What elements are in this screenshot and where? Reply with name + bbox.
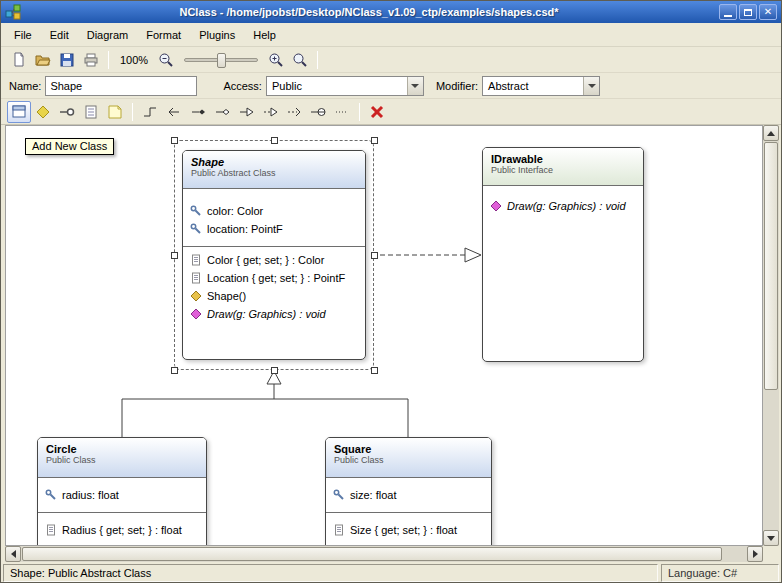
add-enum-button[interactable]: [79, 101, 103, 123]
member-text: Draw(g: Graphics) : void: [507, 200, 626, 212]
menu-edit[interactable]: Edit: [41, 26, 78, 44]
print-icon: [83, 52, 99, 68]
menu-diagram[interactable]: Diagram: [78, 26, 138, 44]
generalization-tool-button[interactable]: [234, 101, 258, 123]
enum-icon: [83, 104, 99, 120]
delete-button[interactable]: [365, 101, 389, 123]
class-header[interactable]: Shape Public Abstract Class: [183, 151, 365, 189]
menu-help[interactable]: Help: [244, 26, 285, 44]
class-box-circle[interactable]: Circle Public Class radius: float: [37, 437, 207, 546]
class-name: Shape: [191, 156, 357, 168]
members-section: Radius { get; set; } : float: [38, 512, 206, 539]
member-row[interactable]: Radius { get; set; } : float: [38, 521, 206, 539]
selection-handle-ne[interactable]: [371, 137, 378, 144]
access-dropdown-button[interactable]: [407, 77, 423, 95]
modifier-select[interactable]: Abstract: [482, 76, 600, 96]
add-structure-button[interactable]: [31, 101, 55, 123]
scroll-right-button[interactable]: [747, 546, 763, 562]
field-row[interactable]: size: float: [326, 486, 491, 504]
interface-stereotype: Public Interface: [491, 165, 635, 175]
close-button[interactable]: ✕: [759, 4, 777, 20]
member-row[interactable]: Shape(): [183, 287, 365, 305]
menu-format[interactable]: Format: [137, 26, 190, 44]
member-row[interactable]: Draw(g: Graphics) : void: [183, 305, 365, 323]
zoom-slider-thumb[interactable]: [217, 53, 226, 68]
maximize-button[interactable]: [739, 4, 757, 20]
horizontal-scrollbar-thumb[interactable]: [22, 547, 722, 561]
scroll-down-button[interactable]: [763, 530, 779, 546]
class-stereotype: Public Abstract Class: [191, 168, 357, 178]
selection-handle-e[interactable]: [371, 252, 378, 259]
member-row[interactable]: Location { get; set; } : PointF: [183, 269, 365, 287]
class-header[interactable]: Square Public Class: [326, 438, 491, 478]
interface-box-idrawable[interactable]: IDrawable Public Interface Draw(g: Graph…: [482, 147, 644, 362]
open-button[interactable]: [31, 49, 55, 71]
selection-handle-s[interactable]: [271, 367, 278, 374]
tooltip: Add New Class: [25, 138, 114, 155]
modifier-dropdown-button[interactable]: [583, 77, 599, 95]
titlebar[interactable]: NClass - /home/jpobst/Desktop/NClass_v1.…: [1, 1, 781, 23]
zoom-out-button[interactable]: [154, 49, 178, 71]
diagram-canvas[interactable]: Shape Public Abstract Class color: Color: [5, 125, 763, 546]
selection-handle-sw[interactable]: [171, 367, 178, 374]
scroll-up-button[interactable]: [763, 125, 779, 141]
print-button[interactable]: [79, 49, 103, 71]
composition-tool-button[interactable]: [186, 101, 210, 123]
status-selection-text: Shape: Public Abstract Class: [10, 567, 151, 579]
field-icon: [333, 489, 345, 501]
menu-plugins[interactable]: Plugins: [190, 26, 244, 44]
access-select[interactable]: Public: [266, 76, 424, 96]
vertical-scrollbar-thumb[interactable]: [764, 142, 778, 390]
member-row[interactable]: Size { get; set; } : float: [326, 521, 491, 539]
members-section: Size { get; set; } : float: [326, 512, 491, 539]
field-icon: [45, 489, 57, 501]
selection-handle-nw[interactable]: [171, 137, 178, 144]
field-text: radius: float: [62, 489, 119, 501]
class-box-shape[interactable]: Shape Public Abstract Class color: Color: [182, 150, 366, 360]
interface-header[interactable]: IDrawable Public Interface: [483, 148, 643, 186]
name-input[interactable]: [45, 76, 197, 96]
add-comment-button[interactable]: [103, 101, 127, 123]
minimize-button[interactable]: [719, 4, 737, 20]
field-row[interactable]: radius: float: [38, 486, 206, 504]
comment-connector-icon: [334, 104, 350, 120]
aggregation-tool-button[interactable]: [210, 101, 234, 123]
minimize-icon: [724, 15, 732, 17]
field-row[interactable]: color: Color: [183, 202, 365, 220]
field-text: size: float: [350, 489, 396, 501]
menu-file[interactable]: File: [5, 26, 41, 44]
comment-connector-tool-button[interactable]: [330, 101, 354, 123]
association-tool-button[interactable]: [138, 101, 162, 123]
class-header[interactable]: Circle Public Class: [38, 438, 206, 478]
realization-tool-button[interactable]: [258, 101, 282, 123]
zoom-in-icon: [268, 52, 284, 68]
add-interface-button[interactable]: [55, 101, 79, 123]
member-row[interactable]: Draw(g: Graphics) : void: [483, 197, 643, 215]
zoom-slider[interactable]: [184, 58, 258, 62]
zoom-reset-icon: [292, 52, 308, 68]
horizontal-scrollbar[interactable]: [5, 546, 763, 562]
fields-section: radius: float: [38, 478, 206, 512]
nesting-tool-button[interactable]: [306, 101, 330, 123]
save-button[interactable]: [55, 49, 79, 71]
zoom-in-button[interactable]: [264, 49, 288, 71]
selection-handle-n[interactable]: [271, 137, 278, 144]
dependency-tool-button[interactable]: [282, 101, 306, 123]
diagram-toolbar: [1, 99, 781, 125]
property-icon: [190, 254, 202, 266]
directed-association-tool-button[interactable]: [162, 101, 186, 123]
separator: [359, 103, 360, 121]
class-box-square[interactable]: Square Public Class size: float: [325, 437, 492, 546]
composition-icon: [190, 104, 206, 120]
member-row[interactable]: Color { get; set; } : Color: [183, 251, 365, 269]
class-name: Square: [334, 443, 483, 455]
add-class-button[interactable]: [7, 101, 31, 123]
field-row[interactable]: location: PointF: [183, 220, 365, 238]
vertical-scrollbar[interactable]: [763, 125, 779, 546]
selection-handle-se[interactable]: [371, 367, 378, 374]
generalization-icon: [238, 104, 254, 120]
selection-handle-w[interactable]: [171, 252, 178, 259]
new-button[interactable]: [7, 49, 31, 71]
scroll-left-button[interactable]: [5, 546, 21, 562]
zoom-reset-button[interactable]: [288, 49, 312, 71]
